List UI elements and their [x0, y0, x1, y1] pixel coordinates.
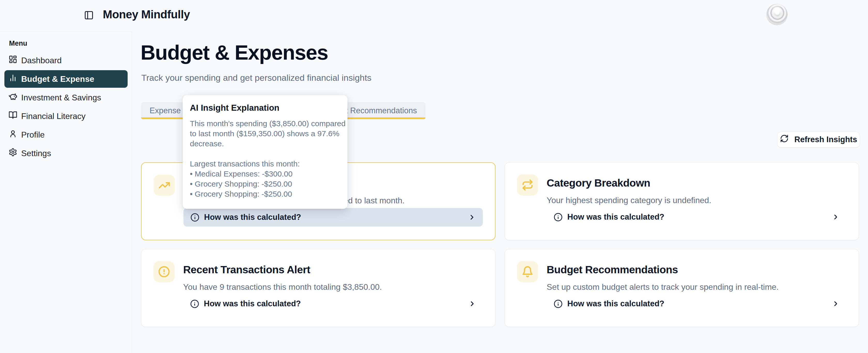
- sidebar-toggle-button[interactable]: [82, 9, 96, 22]
- how-calculated-link[interactable]: How was this calculated?: [183, 294, 483, 313]
- card-title: Budget Recommendations: [547, 263, 846, 276]
- gear-icon: [8, 148, 21, 159]
- info-icon: [554, 213, 563, 222]
- how-calculated-link[interactable]: How was this calculated?: [183, 208, 483, 226]
- tooltip-title: AI Insight Explanation: [190, 103, 340, 113]
- sidebar-item-budget-expense[interactable]: Budget & Expense: [4, 70, 128, 88]
- card-text: You have 9 transactions this month total…: [183, 282, 483, 292]
- user-avatar[interactable]: [766, 4, 788, 25]
- tooltip-body: This month's spending ($3,850.00) compar…: [190, 118, 340, 199]
- sidebar-item-label: Profile: [21, 130, 45, 140]
- user-icon: [8, 129, 21, 140]
- card-content: Recent Transactions Alert You have 9 tra…: [183, 260, 483, 313]
- dashboard-icon: [8, 55, 21, 66]
- bell-icon: [517, 261, 538, 282]
- how-calculated-label: How was this calculated?: [567, 299, 664, 308]
- refresh-insights-button[interactable]: Refresh Insights: [777, 132, 860, 148]
- trending-up-icon: [154, 175, 175, 196]
- page-title: Budget & Expenses: [141, 41, 328, 65]
- card-title: Recent Transactions Alert: [183, 263, 483, 276]
- refresh-insights-label: Refresh Insights: [795, 135, 857, 144]
- sidebar-item-label: Settings: [21, 149, 51, 158]
- sidebar-item-settings[interactable]: Settings: [4, 144, 128, 162]
- card-text: Your highest spending category is undefi…: [547, 195, 846, 205]
- page-subtitle: Track your spending and get personalized…: [141, 73, 371, 83]
- card-budget-recommendations: Budget Recommendations Set up custom bud…: [504, 249, 859, 327]
- piggy-bank-icon: [8, 92, 21, 103]
- sidebar-nav: Dashboard Budget & Expense Investment & …: [0, 51, 132, 162]
- how-calculated-label: How was this calculated?: [567, 212, 664, 222]
- sidebar-menu-label: Menu: [9, 39, 132, 47]
- how-calculated-label: How was this calculated?: [204, 213, 301, 222]
- info-icon: [554, 299, 563, 308]
- sidebar-item-label: Dashboard: [21, 56, 62, 65]
- app-title: Money Mindfully: [103, 8, 190, 21]
- refresh-icon: [780, 134, 789, 145]
- sidebar-item-dashboard[interactable]: Dashboard: [4, 51, 128, 69]
- sidebar-item-financial-literacy[interactable]: Financial Literacy: [4, 107, 128, 125]
- sidebar-item-profile[interactable]: Profile: [4, 126, 128, 143]
- sidebar-item-label: Budget & Expense: [21, 74, 94, 84]
- how-calculated-link[interactable]: How was this calculated?: [547, 294, 846, 313]
- sidebar-item-investment-savings[interactable]: Investment & Savings: [4, 89, 128, 106]
- card-category-breakdown: Category Breakdown Your highest spending…: [504, 162, 859, 240]
- how-calculated-link[interactable]: How was this calculated?: [547, 208, 846, 226]
- sidebar: Menu Dashboard Budget & Expense Investme…: [0, 32, 132, 353]
- ai-insight-tooltip: AI Insight Explanation This month's spen…: [183, 95, 347, 209]
- how-calculated-label: How was this calculated?: [204, 299, 301, 308]
- card-content: Budget Recommendations Set up custom bud…: [547, 260, 846, 313]
- sidebar-item-label: Investment & Savings: [21, 93, 101, 102]
- info-icon: [190, 299, 199, 308]
- card-content: Category Breakdown Your highest spending…: [547, 174, 846, 226]
- chevron-right-icon: [468, 213, 476, 221]
- card-title: Category Breakdown: [547, 176, 846, 189]
- book-open-icon: [8, 111, 21, 121]
- card-text: Set up custom budget alerts to track you…: [547, 282, 846, 292]
- bar-chart-icon: [8, 74, 21, 84]
- repeat-icon: [517, 174, 538, 196]
- alert-circle-icon: [153, 261, 175, 282]
- chevron-right-icon: [832, 213, 840, 221]
- sidebar-item-label: Financial Literacy: [21, 111, 86, 121]
- panel-left-icon: [84, 10, 94, 21]
- chevron-right-icon: [468, 300, 476, 308]
- info-icon: [190, 213, 199, 222]
- app-root: Money Mindfully Menu Dashboard Budget & …: [0, 0, 868, 353]
- card-recent-transactions: Recent Transactions Alert You have 9 tra…: [141, 249, 495, 327]
- chevron-right-icon: [832, 300, 840, 308]
